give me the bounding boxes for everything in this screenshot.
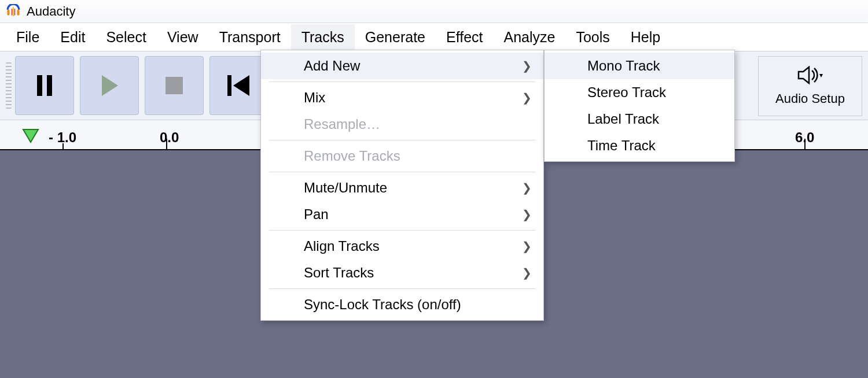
submenu-label-track[interactable]: Label Track — [545, 106, 734, 132]
playhead-icon[interactable] — [22, 128, 39, 147]
pause-icon — [36, 75, 53, 96]
menu-separator — [269, 172, 535, 172]
audio-setup-label: Audio Setup — [775, 91, 845, 106]
menu-separator — [269, 140, 535, 140]
svg-rect-9 — [227, 75, 231, 96]
menu-sync-lock[interactable]: Sync-Lock Tracks (on/off) — [261, 291, 543, 318]
app-title: Audacity — [27, 4, 75, 19]
svg-rect-4 — [14, 9, 16, 15]
menu-mute-unmute-label: Mute/Unmute — [304, 180, 387, 196]
menu-edit[interactable]: Edit — [50, 24, 95, 50]
menu-separator — [269, 81, 535, 82]
submenu-time-track[interactable]: Time Track — [545, 132, 734, 159]
menu-tracks[interactable]: Tracks — [291, 24, 355, 50]
speaker-icon — [797, 66, 823, 88]
menu-transport[interactable]: Transport — [209, 24, 291, 50]
menu-mix-label: Mix — [304, 90, 325, 106]
menu-tools[interactable]: Tools — [565, 24, 620, 50]
chevron-right-icon: ❯ — [522, 59, 532, 73]
menu-sync-lock-label: Sync-Lock Tracks (on/off) — [304, 297, 461, 313]
menu-generate[interactable]: Generate — [355, 24, 436, 50]
menu-mute-unmute[interactable]: Mute/Unmute ❯ — [261, 175, 543, 201]
menu-align-tracks[interactable]: Align Tracks ❯ — [261, 233, 543, 260]
menu-add-new-label: Add New — [304, 58, 360, 74]
svg-marker-13 — [23, 129, 38, 142]
chevron-right-icon: ❯ — [522, 239, 532, 253]
menu-resample-label: Resample… — [304, 116, 380, 132]
chevron-right-icon: ❯ — [522, 266, 532, 280]
svg-rect-5 — [37, 75, 42, 96]
chevron-right-icon: ❯ — [522, 181, 532, 195]
svg-marker-10 — [233, 75, 249, 96]
submenu-stereo-track[interactable]: Stereo Track — [545, 79, 734, 106]
menu-pan-label: Pan — [304, 206, 329, 223]
stop-button[interactable] — [145, 56, 204, 115]
menu-remove-tracks: Remove Tracks — [261, 143, 543, 169]
title-bar: Audacity — [0, 0, 868, 23]
menu-remove-tracks-label: Remove Tracks — [304, 148, 400, 164]
play-button[interactable] — [80, 56, 139, 115]
stop-icon — [165, 77, 183, 94]
svg-rect-0 — [7, 9, 9, 15]
svg-rect-6 — [47, 75, 52, 96]
tracks-dropdown: Add New ❯ Mix ❯ Resample… Remove Tracks … — [260, 50, 544, 321]
menu-mix[interactable]: Mix ❯ — [261, 84, 543, 111]
toolbar-grip[interactable] — [6, 62, 12, 109]
menu-separator — [269, 288, 535, 289]
ruler-label-0: 0.0 — [160, 129, 179, 146]
chevron-right-icon: ❯ — [522, 207, 532, 221]
menu-select[interactable]: Select — [95, 24, 156, 50]
menu-add-new[interactable]: Add New ❯ — [261, 53, 543, 79]
menu-align-tracks-label: Align Tracks — [304, 238, 380, 254]
add-new-submenu: Mono Track Stereo Track Label Track Time… — [544, 50, 735, 162]
menu-separator — [269, 230, 535, 231]
submenu-mono-track[interactable]: Mono Track — [545, 53, 734, 79]
audacity-icon — [6, 4, 21, 19]
submenu-label-label: Label Track — [587, 111, 659, 127]
svg-marker-7 — [102, 75, 118, 96]
menu-effect[interactable]: Effect — [436, 24, 493, 50]
pause-button[interactable] — [15, 56, 74, 115]
menu-help[interactable]: Help — [620, 24, 671, 50]
menu-pan[interactable]: Pan ❯ — [261, 201, 543, 228]
menu-file[interactable]: File — [6, 24, 50, 50]
svg-rect-2 — [12, 9, 13, 15]
menu-sort-tracks[interactable]: Sort Tracks ❯ — [261, 260, 543, 286]
chevron-right-icon: ❯ — [522, 91, 532, 105]
svg-rect-1 — [17, 9, 20, 15]
menu-view[interactable]: View — [157, 24, 209, 50]
menu-analyze[interactable]: Analyze — [493, 24, 565, 50]
audio-setup-button[interactable]: Audio Setup — [758, 56, 862, 116]
skip-start-button[interactable] — [209, 56, 269, 115]
svg-marker-12 — [819, 74, 823, 77]
svg-rect-3 — [13, 6, 14, 16]
skip-start-icon — [227, 75, 251, 96]
menu-resample: Resample… — [261, 111, 543, 138]
submenu-time-label: Time Track — [587, 138, 656, 154]
svg-rect-8 — [165, 77, 183, 94]
menu-bar: File Edit Select View Transport Tracks G… — [0, 23, 868, 51]
ruler-label-6: 6.0 — [795, 129, 814, 146]
svg-marker-11 — [799, 67, 809, 83]
submenu-stereo-label: Stereo Track — [587, 84, 666, 101]
play-icon — [100, 75, 119, 96]
menu-sort-tracks-label: Sort Tracks — [304, 265, 374, 281]
submenu-mono-label: Mono Track — [587, 58, 660, 74]
